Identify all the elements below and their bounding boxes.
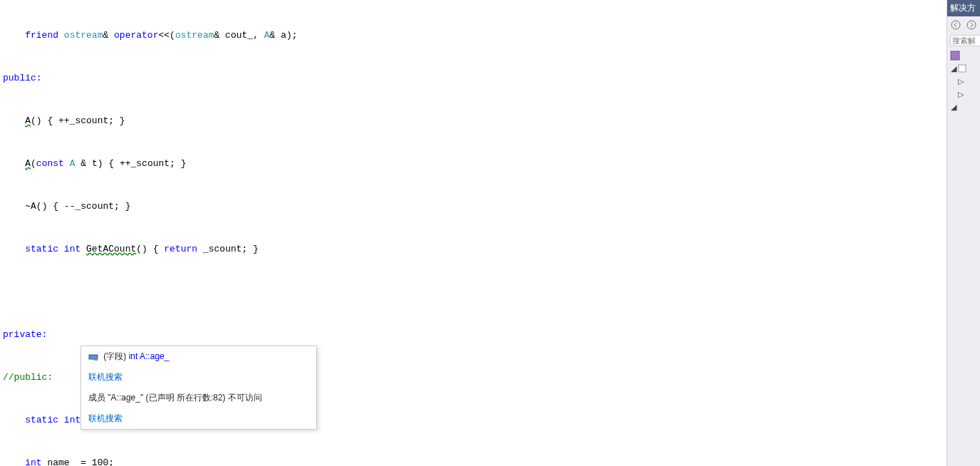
keyword-int: int (64, 244, 80, 254)
tooltip-error-text: 成员 "A::age_" (已声明 所在行数:82) 不可访问 (88, 393, 262, 403)
tree-row-node[interactable]: ◢ (950, 100, 977, 113)
panel-toolbar (947, 16, 980, 33)
keyword-static: static (25, 415, 58, 425)
keyword-operator: operator (114, 30, 158, 41)
tree-row-solution[interactable] (950, 49, 977, 62)
comment: //public: (3, 372, 53, 383)
code-line[interactable]: A() { ++_scount; } (0, 114, 947, 128)
keyword-return: return (164, 244, 197, 254)
destructor-A: A (31, 201, 36, 212)
identifier: _scount (203, 244, 242, 254)
solution-tree[interactable]: ◢ ▷ ▷ ◢ (947, 48, 980, 115)
tooltip-header: (字段) int A::age_ (81, 346, 316, 367)
keyword-public: public: (3, 73, 42, 83)
expand-arrow-icon[interactable]: ◢ (950, 64, 957, 73)
svg-point-3 (967, 21, 976, 29)
online-search-link[interactable]: 联机搜索 (88, 413, 123, 423)
expand-arrow-icon[interactable]: ▷ (957, 77, 964, 86)
identifier: t (92, 158, 98, 169)
svg-rect-1 (94, 358, 98, 361)
tree-row-item[interactable]: ▷ (950, 88, 977, 100)
tooltip-error-msg: 成员 "A::age_" (已声明 所在行数:82) 不可访问 (81, 388, 316, 408)
solution-explorer-panel[interactable]: 解决方 ◢ ▷ ▷ ◢ (947, 0, 980, 466)
code-line[interactable]: static int GetACount() { return _scount;… (0, 242, 947, 257)
project-icon (957, 63, 967, 73)
identifier: _scount (131, 158, 170, 169)
solution-icon (950, 51, 960, 61)
identifier: name_ (47, 457, 75, 466)
svg-rect-5 (959, 65, 966, 72)
tooltip-field-label: (字段) (103, 351, 126, 361)
code-line[interactable]: public: (0, 71, 947, 86)
hover-tooltip: (字段) int A::age_ 联机搜索 成员 "A::age_" (已声明 … (80, 346, 317, 430)
online-search-link[interactable]: 联机搜索 (88, 372, 123, 382)
tooltip-link-row[interactable]: 联机搜索 (81, 408, 316, 429)
type-ostream: ostream (175, 30, 214, 41)
number-literal: 100 (92, 457, 108, 466)
expand-arrow-icon[interactable]: ▷ (957, 90, 964, 99)
method-GetACount: GetACount (86, 244, 136, 254)
code-line[interactable]: int name_ = 100; (0, 456, 947, 466)
type-A: A (264, 30, 270, 41)
type-ostream: ostream (64, 30, 103, 41)
constructor-A: A (25, 115, 31, 126)
nav-forward-icon[interactable] (966, 19, 977, 31)
solution-search-row (947, 33, 980, 48)
tooltip-field-type: int A::age_ (129, 351, 170, 361)
svg-rect-4 (951, 51, 959, 60)
svg-point-2 (952, 21, 960, 29)
code-line[interactable]: A(const A & t) { ++_scount; } (0, 157, 947, 171)
code-line[interactable] (0, 285, 947, 299)
code-line[interactable]: ~A() { --_scount; } (0, 200, 947, 214)
keyword-private: private: (3, 329, 47, 340)
identifier: cout_ (225, 30, 253, 41)
panel-title[interactable]: 解决方 (947, 0, 980, 16)
tree-row-item[interactable]: ▷ (950, 75, 977, 88)
identifier: _scount (75, 201, 114, 212)
keyword-const: const (36, 158, 64, 169)
keyword-int: int (25, 457, 41, 466)
tree-row-project[interactable]: ◢ (950, 62, 977, 75)
field-icon (88, 352, 98, 362)
collapse-arrow-icon[interactable]: ◢ (950, 103, 957, 112)
solution-search-input[interactable] (950, 35, 980, 46)
keyword-int: int (64, 415, 80, 425)
keyword-friend: friend (25, 30, 58, 41)
tooltip-link-row[interactable]: 联机搜索 (81, 367, 316, 388)
keyword-static: static (25, 244, 58, 254)
constructor-A: A (25, 158, 31, 169)
identifier: _scount (70, 115, 109, 126)
code-line[interactable]: friend ostream& operator<<(ostream& cout… (0, 29, 947, 43)
code-line[interactable]: private: (0, 328, 947, 342)
type-A: A (70, 158, 75, 169)
identifier: a (281, 30, 286, 41)
nav-back-icon[interactable] (950, 19, 961, 31)
